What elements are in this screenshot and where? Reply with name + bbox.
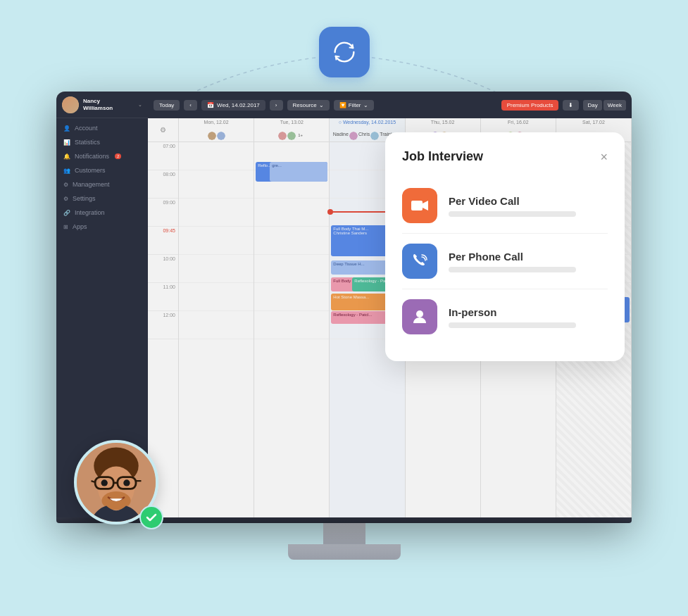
video-call-icon-container	[402, 188, 437, 223]
resource-button[interactable]: Resource ⌄	[287, 100, 330, 111]
sidebar-expand-icon[interactable]: ⌄	[138, 102, 142, 108]
sync-icon	[330, 37, 359, 67]
prev-button[interactable]: ‹	[184, 100, 197, 111]
sidebar-item-integration[interactable]: 🔗 Integration	[56, 206, 148, 220]
option-title-phone: Per Phone Call	[449, 251, 608, 263]
statistics-icon: 📊	[63, 139, 70, 146]
apps-icon: ⊞	[63, 224, 68, 230]
sidebar-item-label: Statistics	[75, 139, 100, 146]
integration-icon: 🔗	[63, 210, 70, 216]
notifications-icon: 🔔	[63, 153, 70, 160]
sidebar-item-label: Integration	[75, 209, 105, 216]
modal-header: Job Interview ×	[402, 149, 608, 164]
sidebar-item-label: Account	[75, 125, 98, 132]
sidebar-header: Nancy Williamson ⌄	[56, 92, 148, 118]
sidebar-username: Nancy Williamson	[83, 98, 113, 111]
monitor-stand-base	[288, 544, 401, 560]
sidebar-item-label: Management	[73, 181, 110, 188]
option-text-video: Per Video Call	[449, 195, 608, 217]
option-text-phone: Per Phone Call	[449, 251, 608, 272]
download-button[interactable]: ⬇	[563, 100, 579, 111]
sidebar-item-label: Customers	[75, 167, 106, 174]
person-checkmark	[139, 505, 163, 529]
person-icon	[411, 308, 429, 326]
sync-icon-container	[319, 27, 370, 77]
modal-title: Job Interview	[402, 149, 483, 164]
sidebar-item-account[interactable]: 👤 Account	[56, 121, 148, 135]
day-button[interactable]: Day	[583, 100, 601, 111]
calendar-area: ⚙ Mon, 12.02 Tue, 13.02	[148, 118, 632, 517]
filter-button[interactable]: 🔽 Filter ⌄	[334, 100, 374, 111]
monitor-stand-neck	[323, 523, 365, 544]
topbar: Today ‹ 📅 Wed, 14.02.2017 › Resource ⌄ 🔽…	[148, 92, 632, 118]
sidebar-item-notifications[interactable]: 🔔 Notifications 2	[56, 149, 148, 163]
svg-point-2	[416, 310, 423, 318]
phone-icon	[411, 252, 429, 270]
sidebar-item-label: Apps	[73, 223, 87, 230]
settings-icon: ⚙	[63, 196, 68, 202]
option-subtitle-person	[449, 322, 576, 328]
phone-call-icon-container	[402, 244, 437, 279]
customers-icon: 👥	[63, 168, 70, 174]
svg-point-11	[123, 479, 130, 486]
video-camera-icon	[411, 196, 429, 215]
topbar-date: 📅 Wed, 14.02.2017	[201, 100, 265, 111]
notification-badge: 2	[115, 153, 121, 159]
sidebar-item-statistics[interactable]: 📊 Statistics	[56, 135, 148, 149]
sidebar-item-settings[interactable]: ⚙ Settings	[56, 191, 148, 206]
week-button[interactable]: Week	[603, 100, 626, 111]
topbar-date-label: Wed, 14.02.2017	[217, 102, 260, 108]
day-week-buttons: Day Week	[583, 100, 626, 111]
modal-close-button[interactable]: ×	[600, 151, 608, 163]
option-title-video: Per Video Call	[449, 195, 608, 207]
today-button[interactable]: Today	[154, 100, 180, 111]
sidebar-item-label: Settings	[73, 195, 96, 202]
sidebar-item-management[interactable]: ⚙ Management	[56, 177, 148, 191]
svg-point-10	[101, 479, 108, 486]
svg-marker-1	[423, 201, 428, 210]
in-person-icon-container	[402, 299, 437, 334]
option-title-person: In-person	[449, 306, 608, 318]
main-content: Today ‹ 📅 Wed, 14.02.2017 › Resource ⌄ 🔽…	[148, 92, 632, 517]
next-button[interactable]: ›	[270, 100, 283, 111]
checkmark-icon	[145, 511, 158, 524]
account-icon: 👤	[63, 125, 70, 132]
svg-rect-0	[411, 201, 423, 210]
sidebar-item-apps[interactable]: ⊞ Apps	[56, 220, 148, 234]
user-avatar	[62, 96, 79, 113]
sidebar-item-customers[interactable]: 👥 Customers	[56, 163, 148, 177]
modal-option-video-call[interactable]: Per Video Call	[402, 178, 608, 234]
management-icon: ⚙	[63, 182, 68, 188]
modal-option-phone-call[interactable]: Per Phone Call	[402, 234, 608, 289]
modal-option-in-person[interactable]: In-person	[402, 289, 608, 344]
option-text-person: In-person	[449, 306, 608, 328]
option-subtitle-phone	[449, 267, 576, 272]
premium-button[interactable]: Premium Products	[501, 100, 559, 111]
option-subtitle-video	[449, 211, 576, 217]
modal-card: Job Interview ×	[385, 132, 625, 361]
sidebar-item-label: Notifications	[75, 153, 109, 160]
modal-overlay: Job Interview ×	[148, 118, 632, 517]
